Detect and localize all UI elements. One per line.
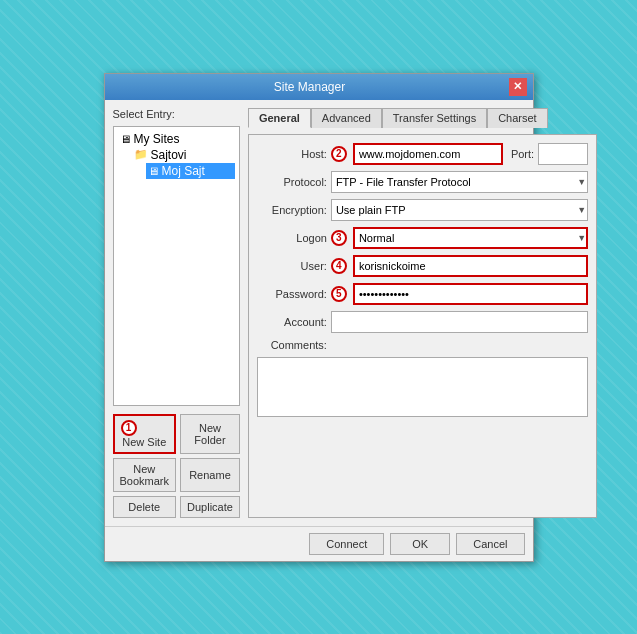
tree-root[interactable]: 🖥 My Sites (118, 131, 235, 147)
site-icon: 🖥 (148, 165, 159, 177)
user-label: User: (257, 260, 327, 272)
password-input[interactable] (353, 283, 588, 305)
user-row: User: 4 (257, 255, 588, 277)
tree-site[interactable]: 🖥 Moj Sajt (146, 163, 235, 179)
protocol-row: Protocol: FTP - File Transfer Protocol ▼ (257, 171, 588, 193)
tree-root-icon: 🖥 (120, 133, 131, 145)
badge-3: 3 (331, 230, 347, 246)
user-input[interactable] (353, 255, 588, 277)
host-row: Host: 2 Port: (257, 143, 588, 165)
logon-select[interactable]: Normal (353, 227, 588, 249)
site-manager-dialog: Site Manager ✕ Select Entry: 🖥 My Sites … (104, 73, 534, 562)
rename-button[interactable]: Rename (180, 458, 240, 492)
form-area: Host: 2 Port: Protocol: FTP - File Trans… (248, 134, 597, 518)
tree-area: 🖥 My Sites 📁 Sajtovi 🖥 Moj Sajt (113, 126, 240, 406)
logon-row: Logon 3 Normal ▼ (257, 227, 588, 249)
tab-general[interactable]: General (248, 108, 311, 128)
comments-label: Comments: (257, 339, 327, 351)
duplicate-button[interactable]: Duplicate (180, 496, 240, 518)
new-site-label: New Site (122, 436, 166, 448)
protocol-label: Protocol: (257, 176, 327, 188)
dialog-footer: Connect OK Cancel (105, 526, 533, 561)
delete-button[interactable]: Delete (113, 496, 177, 518)
comments-row: Comments: (257, 339, 588, 351)
account-row: Account: (257, 311, 588, 333)
password-row: Password: 5 (257, 283, 588, 305)
dialog-title: Site Manager (111, 80, 509, 94)
new-folder-button[interactable]: New Folder (180, 414, 240, 454)
tree-children: 📁 Sajtovi 🖥 Moj Sajt (132, 147, 235, 179)
ok-button[interactable]: OK (390, 533, 450, 555)
port-label: Port: (511, 148, 534, 160)
tab-charset[interactable]: Charset (487, 108, 548, 128)
folder-icon: 📁 (134, 148, 148, 161)
password-label: Password: (257, 288, 327, 300)
close-button[interactable]: ✕ (509, 78, 527, 96)
left-panel: Select Entry: 🖥 My Sites 📁 Sajtovi 🖥 Moj… (113, 108, 240, 518)
protocol-select-wrapper: FTP - File Transfer Protocol ▼ (331, 171, 588, 193)
connect-button[interactable]: Connect (309, 533, 384, 555)
host-input[interactable] (353, 143, 503, 165)
tree-site-children: 🖥 Moj Sajt (146, 163, 235, 179)
select-entry-label: Select Entry: (113, 108, 240, 120)
port-input[interactable] (538, 143, 588, 165)
tab-transfer-settings[interactable]: Transfer Settings (382, 108, 487, 128)
comments-textarea[interactable] (257, 357, 588, 417)
encryption-select[interactable]: Use plain FTP (331, 199, 588, 221)
cancel-button[interactable]: Cancel (456, 533, 524, 555)
title-bar: Site Manager ✕ (105, 74, 533, 100)
badge-4: 4 (331, 258, 347, 274)
tabs: General Advanced Transfer Settings Chars… (248, 108, 597, 128)
tree-folder-label: Sajtovi (151, 148, 187, 162)
new-site-button[interactable]: 1 New Site (113, 414, 177, 454)
right-panel: General Advanced Transfer Settings Chars… (248, 108, 597, 518)
left-buttons: 1 New Site New Folder New Bookmark Renam… (113, 414, 240, 518)
badge-1: 1 (121, 420, 137, 436)
host-label: Host: (257, 148, 327, 160)
tree-folder[interactable]: 📁 Sajtovi (132, 147, 235, 163)
account-input[interactable] (331, 311, 588, 333)
logon-select-wrapper: Normal ▼ (353, 227, 588, 249)
badge-2: 2 (331, 146, 347, 162)
encryption-row: Encryption: Use plain FTP ▼ (257, 199, 588, 221)
protocol-select[interactable]: FTP - File Transfer Protocol (331, 171, 588, 193)
encryption-label: Encryption: (257, 204, 327, 216)
tree-root-label: My Sites (134, 132, 180, 146)
tree-site-label: Moj Sajt (162, 164, 205, 178)
new-bookmark-button[interactable]: New Bookmark (113, 458, 177, 492)
account-label: Account: (257, 316, 327, 328)
tab-advanced[interactable]: Advanced (311, 108, 382, 128)
dialog-body: Select Entry: 🖥 My Sites 📁 Sajtovi 🖥 Moj… (105, 100, 533, 526)
encryption-select-wrapper: Use plain FTP ▼ (331, 199, 588, 221)
logon-label: Logon (257, 232, 327, 244)
badge-5: 5 (331, 286, 347, 302)
